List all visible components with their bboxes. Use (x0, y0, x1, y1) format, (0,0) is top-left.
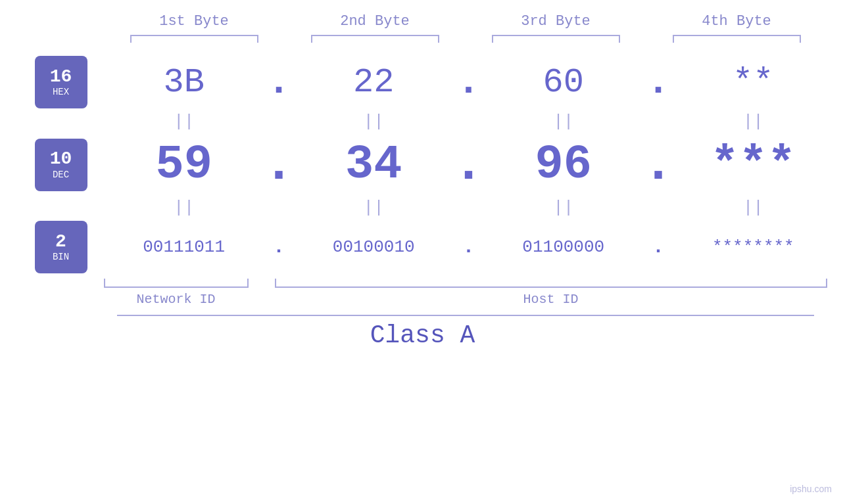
hex-byte-1: 3B (163, 63, 204, 102)
bin-sep-2: . (455, 236, 481, 258)
hex-label: HEX (53, 87, 69, 97)
bottom-bracket-host (275, 279, 827, 288)
bin-byte-1: 00111011 (143, 237, 225, 257)
dec-sep-3: . (645, 135, 671, 195)
top-bracket-1 (130, 35, 258, 43)
dec-byte-1: 59 (155, 138, 212, 192)
watermark: ipshu.com (790, 484, 832, 494)
hex-byte-3: 60 (543, 63, 584, 102)
hex-sep-2: . (455, 60, 481, 104)
byte-header-1: 1st Byte (122, 13, 266, 30)
dec-label: DEC (53, 170, 69, 180)
bin-sep-3: . (645, 236, 671, 258)
bin-byte-2: 00100010 (333, 237, 415, 257)
hex-badge: 16 HEX (35, 56, 87, 108)
eq-2-2: || (301, 198, 446, 218)
bin-number: 2 (55, 232, 66, 252)
byte-header-3: 3rd Byte (483, 13, 628, 30)
eq-2-4: || (681, 198, 825, 218)
hex-sep-1: . (266, 60, 292, 104)
hex-number: 16 (50, 67, 72, 87)
main-container: 1st Byte 2nd Byte 3rd Byte 4th Byte 16 H… (0, 0, 845, 504)
eq-2-3: || (491, 198, 636, 218)
class-label: Class A (61, 321, 785, 350)
eq-1-3: || (491, 112, 636, 131)
dec-sep-2: . (455, 135, 481, 195)
eq-2-1: || (112, 198, 256, 218)
bin-byte-3: 01100000 (522, 237, 604, 257)
hex-sep-3: . (645, 60, 671, 104)
eq-1-1: || (112, 112, 256, 131)
hex-byte-4: ** (733, 63, 773, 102)
dec-byte-2: 34 (345, 138, 402, 192)
host-id-label: Host ID (275, 292, 827, 307)
hex-byte-2: 22 (353, 63, 394, 102)
top-bracket-2 (311, 35, 439, 43)
bin-label: BIN (53, 252, 69, 262)
eq-1-4: || (681, 112, 825, 131)
dec-badge: 10 DEC (35, 139, 87, 191)
dec-number: 10 (50, 149, 72, 170)
network-id-label: Network ID (104, 292, 249, 307)
top-bracket-3 (492, 35, 620, 43)
byte-header-4: 4th Byte (664, 13, 809, 30)
class-bracket (117, 315, 814, 316)
dec-byte-4: *** (711, 138, 796, 192)
bin-sep-1: . (266, 236, 292, 258)
dec-byte-3: 96 (535, 138, 592, 192)
bin-byte-4: ******** (712, 237, 794, 257)
bottom-bracket-network (104, 279, 249, 288)
byte-header-2: 2nd Byte (302, 13, 447, 30)
dec-sep-1: . (266, 135, 292, 195)
eq-1-2: || (301, 112, 446, 131)
top-bracket-4 (673, 35, 801, 43)
bin-badge: 2 BIN (35, 221, 87, 273)
